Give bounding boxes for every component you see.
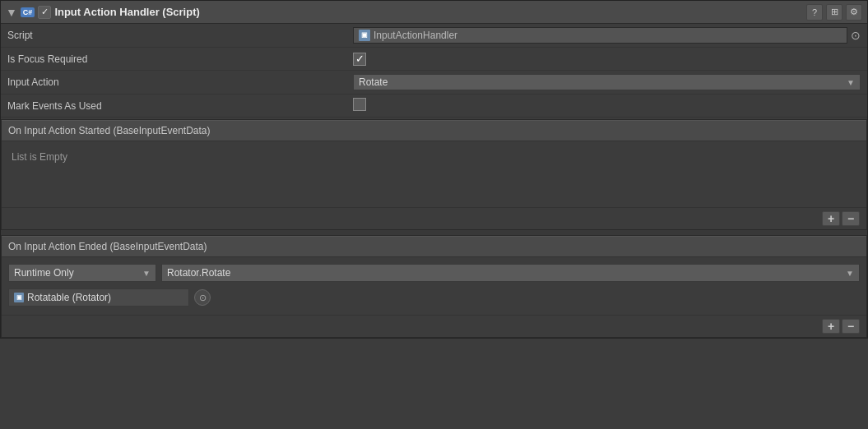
layout-icon[interactable]: ⊞ xyxy=(826,4,842,21)
mark-events-row: Mark Events As Used xyxy=(1,95,867,118)
input-action-label: Input Action xyxy=(7,76,353,88)
object-field[interactable]: ▣ Rotatable (Rotator) xyxy=(8,288,189,307)
mark-events-checkbox[interactable] xyxy=(353,98,366,111)
ended-remove-button[interactable]: − xyxy=(842,319,860,334)
ended-add-button[interactable]: + xyxy=(822,319,840,334)
ended-section-body: Runtime Only ▼ Rotator.Rotate ▼ ▣ Rotata… xyxy=(2,257,866,315)
object-value: Rotatable (Rotator) xyxy=(27,292,111,303)
help-icon[interactable]: ? xyxy=(806,4,823,21)
ended-object-row: ▣ Rotatable (Rotator) ⊙ xyxy=(2,285,866,311)
script-value: InputActionHandler xyxy=(374,30,457,41)
header-icons: ? ⊞ ⚙ xyxy=(806,4,862,21)
input-action-selected: Rotate xyxy=(359,76,388,88)
mark-events-value xyxy=(353,98,861,113)
runtime-value: Runtime Only xyxy=(14,267,74,279)
is-focus-required-label: Is Focus Required xyxy=(7,53,353,65)
ended-section: On Input Action Ended (BaseInputEventDat… xyxy=(1,235,867,338)
script-field[interactable]: ▣ InputActionHandler xyxy=(353,27,847,44)
started-section-header: On Input Action Started (BaseInputEventD… xyxy=(2,120,866,141)
object-file-icon: ▣ xyxy=(14,293,24,302)
is-focus-required-checkmark: ✓ xyxy=(355,53,364,65)
input-action-row: Input Action Rotate ▼ xyxy=(1,71,867,95)
script-file-icon: ▣ xyxy=(359,30,370,41)
collapse-arrow-icon[interactable]: ▼ xyxy=(6,6,17,19)
started-remove-button[interactable]: − xyxy=(842,211,860,226)
script-label: Script xyxy=(7,30,353,41)
ended-event-row: Runtime Only ▼ Rotator.Rotate ▼ xyxy=(2,261,866,285)
input-action-arrow-icon: ▼ xyxy=(847,78,855,87)
script-settings-icon[interactable]: ⊙ xyxy=(851,29,861,42)
started-section: On Input Action Started (BaseInputEventD… xyxy=(1,119,867,230)
runtime-arrow-icon: ▼ xyxy=(142,269,151,278)
component-panel: ▼ C# ✓ Input Action Handler (Script) ? ⊞… xyxy=(0,0,868,339)
is-focus-required-checkbox[interactable]: ✓ xyxy=(353,53,366,66)
script-row: Script ▣ InputActionHandler ⊙ xyxy=(1,24,867,48)
started-section-footer: + − xyxy=(2,207,866,229)
ended-section-footer: + − xyxy=(2,315,866,337)
settings-icon[interactable]: ⚙ xyxy=(846,4,862,21)
started-section-body: List is Empty xyxy=(2,141,866,207)
enabled-checkbox[interactable]: ✓ xyxy=(38,6,51,19)
panel-title: Input Action Handler (Script) xyxy=(54,6,199,18)
rotator-arrow-icon: ▼ xyxy=(846,269,854,278)
panel-header: ▼ C# ✓ Input Action Handler (Script) ? ⊞… xyxy=(1,1,867,24)
enabled-checkmark: ✓ xyxy=(41,7,49,17)
started-add-button[interactable]: + xyxy=(822,211,840,226)
is-focus-required-value: ✓ xyxy=(353,53,861,66)
script-field-wrapper: ▣ InputActionHandler xyxy=(353,27,847,44)
rotator-value: Rotator.Rotate xyxy=(167,267,230,279)
runtime-select[interactable]: Runtime Only ▼ xyxy=(8,264,156,282)
cs-badge: C# xyxy=(21,7,35,17)
object-settings-icon[interactable]: ⊙ xyxy=(194,289,211,306)
started-list-empty: List is Empty xyxy=(8,148,860,166)
input-action-select[interactable]: Rotate ▼ xyxy=(353,74,861,90)
mark-events-label: Mark Events As Used xyxy=(7,100,353,112)
input-action-value: Rotate ▼ xyxy=(353,74,861,90)
is-focus-required-row: Is Focus Required ✓ xyxy=(1,48,867,71)
rotator-select[interactable]: Rotator.Rotate ▼ xyxy=(161,264,860,282)
ended-section-header: On Input Action Ended (BaseInputEventDat… xyxy=(2,236,866,257)
